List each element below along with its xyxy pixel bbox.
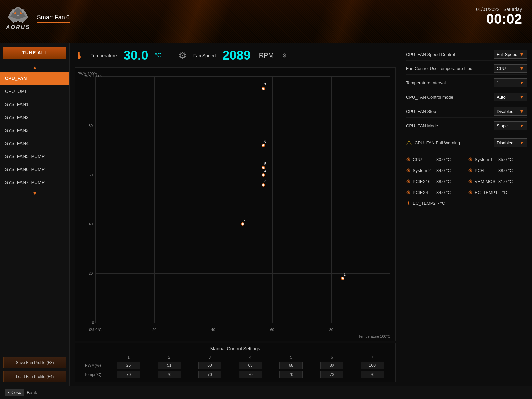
- speed-control-select[interactable]: Full Speed ▼: [494, 50, 527, 59]
- temperature-label: Temperature: [91, 53, 117, 58]
- temp-input-1[interactable]: [117, 371, 140, 378]
- sensor-pciex16-icon: ☀: [406, 178, 411, 185]
- pwm-input-2[interactable]: [158, 362, 181, 369]
- curve-point-5[interactable]: 5: [262, 166, 265, 169]
- temp-input-control-row: Fan Control Use Temperature Input CPU ▼: [406, 63, 527, 75]
- fan-item-sys-fan5-pump[interactable]: SYS_FAN5_PUMP: [0, 150, 69, 163]
- curve-point-3-label: 3: [264, 179, 266, 183]
- sensor-pciex4-name: PCIEX4: [413, 190, 434, 195]
- speed-control-label: CPU_FAN Speed Control: [406, 52, 494, 57]
- y-label-0: 0: [92, 321, 94, 325]
- temp-input-label: Fan Control Use Temperature Input: [406, 66, 494, 71]
- curve-point-3[interactable]: 3: [262, 183, 265, 187]
- fan-speed-unit: RPM: [259, 52, 274, 59]
- fan-item-sys-fan3[interactable]: SYS_FAN3: [0, 124, 69, 137]
- aorus-logo: AORUS: [6, 6, 30, 30]
- temp-interval-row: Temperature Interval 1 ▼: [406, 77, 527, 89]
- curve-point-4[interactable]: 4: [262, 173, 265, 177]
- temp-input-6[interactable]: [320, 371, 343, 378]
- col-header-3: 3: [190, 354, 230, 361]
- warning-icon: ⚠: [406, 139, 412, 147]
- fan-item-sys-fan7-pump[interactable]: SYS_FAN7_PUMP: [0, 176, 69, 189]
- fan-stop-label: CPU_FAN Stop: [406, 109, 494, 114]
- main-content: TUNE ALL ▲ CPU_FAN CPU_OPT SYS_FAN1 SYS_…: [0, 43, 532, 386]
- curve-point-2[interactable]: 2: [241, 222, 244, 226]
- fan-mode-arrow: ▼: [519, 123, 524, 128]
- temp-interval-arrow: ▼: [519, 80, 524, 85]
- sensor-ectemp1-value: - °C: [500, 190, 507, 195]
- sensor-pciex4-value: 34.0 °C: [436, 190, 451, 195]
- temp-speed-bar: 🌡 Temperature 30.0 °C ⚙ Fan Speed 2089 R…: [75, 47, 396, 64]
- control-mode-arrow: ▼: [519, 94, 524, 100]
- settings-icon[interactable]: ⚙: [282, 52, 287, 59]
- grid-h-0: [95, 323, 390, 323]
- fan-stop-select[interactable]: Disabled ▼: [494, 107, 527, 116]
- sensor-ectemp2-name: EC_TEMP2: [413, 201, 436, 206]
- pwm-input-3[interactable]: [198, 362, 221, 369]
- fan-mode-select[interactable]: Slope ▼: [494, 121, 527, 130]
- load-fan-profile-button[interactable]: Load Fan Profile (F4): [3, 371, 66, 382]
- scroll-down-arrow[interactable]: ▼: [0, 189, 69, 198]
- temp-input-2[interactable]: [158, 371, 181, 378]
- temp-interval-select[interactable]: 1 ▼: [494, 78, 527, 87]
- curve-point-4-label: 4: [264, 169, 266, 173]
- aorus-brand-text: AORUS: [6, 24, 30, 30]
- fan-mode-row: CPU_FAN Mode Slope ▼: [406, 120, 527, 132]
- sensor-vrmmos: ☀ VRM MOS 31.0 °C: [468, 177, 527, 186]
- curve-point-1[interactable]: 1: [341, 277, 344, 280]
- curve-point-6-label: 6: [264, 140, 266, 143]
- sensor-pch-name: PCH: [475, 168, 496, 173]
- curve-point-7[interactable]: 7: [262, 87, 265, 90]
- fan-item-sys-fan4[interactable]: SYS_FAN4: [0, 137, 69, 150]
- pwm-input-1[interactable]: [117, 362, 140, 369]
- pwm-row-label: PWM(%): [78, 361, 108, 370]
- grid-v-100: [390, 76, 390, 323]
- control-mode-row: CPU_FAN Control mode Auto ▼: [406, 91, 527, 103]
- fan-item-cpu-opt[interactable]: CPU_OPT: [0, 85, 69, 98]
- fan-mode-value[interactable]: Slope ▼: [494, 121, 527, 130]
- control-mode-value[interactable]: Auto ▼: [494, 93, 527, 101]
- sensor-ectemp1-icon: ☀: [468, 189, 473, 196]
- temp-input-7[interactable]: [361, 371, 384, 378]
- right-panel: CPU_FAN Speed Control Full Speed ▼ Fan C…: [401, 43, 532, 386]
- sensor-pch: ☀ PCH 38.0 °C: [468, 166, 527, 175]
- fan-curve-svg: [95, 76, 390, 323]
- control-mode-select[interactable]: Auto ▼: [494, 93, 527, 101]
- fail-warning-value[interactable]: Disabled ▼: [494, 138, 527, 147]
- temp-input-select[interactable]: CPU ▼: [494, 64, 527, 73]
- pwm-input-6[interactable]: [320, 362, 343, 369]
- temp-input-5[interactable]: [279, 371, 303, 378]
- wolf-icon: [6, 6, 30, 24]
- fan-curve-chart[interactable]: PWM 100% Temperature 100°C PWM 10: [75, 67, 396, 341]
- sensor-system2-value: 34.0 °C: [436, 168, 451, 173]
- sensor-pciex16-name: PCIEX16: [413, 179, 434, 184]
- curve-point-7-label: 7: [264, 83, 266, 87]
- temp-input-4[interactable]: [239, 371, 262, 378]
- temperature-value: 30.0: [124, 48, 148, 63]
- save-fan-profile-button[interactable]: Save Fan Profile (F3): [3, 357, 66, 368]
- y-label-80: 80: [89, 124, 93, 128]
- fail-warning-select[interactable]: Disabled ▼: [494, 138, 527, 147]
- pwm-input-7[interactable]: [361, 362, 384, 369]
- manual-control-settings: Manual Control Settings 1 2 3 4 5 6 7: [75, 343, 396, 382]
- tune-all-button[interactable]: TUNE ALL: [3, 47, 66, 59]
- temp-input-value[interactable]: CPU ▼: [494, 64, 527, 73]
- fan-stop-value[interactable]: Disabled ▼: [494, 107, 527, 116]
- fan-item-sys-fan6-pump[interactable]: SYS_FAN6_PUMP: [0, 163, 69, 176]
- scroll-up-arrow[interactable]: ▲: [0, 64, 69, 72]
- temp-input-3[interactable]: [198, 371, 221, 378]
- chart-grid-area: PWM 100% 80 60 40 20 0 0%,0°C 20 40 60 8…: [95, 76, 390, 323]
- pwm-input-4[interactable]: [239, 362, 262, 369]
- fan-item-sys-fan1[interactable]: SYS_FAN1: [0, 98, 69, 111]
- temp-interval-value[interactable]: 1 ▼: [494, 78, 527, 87]
- curve-point-6[interactable]: 6: [262, 144, 265, 147]
- speed-control-row: CPU_FAN Speed Control Full Speed ▼: [406, 48, 527, 61]
- esc-key[interactable]: << esc: [5, 389, 24, 396]
- speed-control-value[interactable]: Full Speed ▼: [494, 50, 527, 59]
- fan-item-sys-fan2[interactable]: SYS_FAN2: [0, 111, 69, 124]
- sensor-vrmmos-name: VRM MOS: [475, 179, 496, 184]
- col-header-1: 1: [108, 354, 149, 361]
- datetime-display: 01/01/2022 Saturday 00:02: [476, 7, 522, 26]
- fan-item-cpu-fan[interactable]: CPU_FAN: [0, 72, 69, 85]
- pwm-input-5[interactable]: [279, 362, 303, 369]
